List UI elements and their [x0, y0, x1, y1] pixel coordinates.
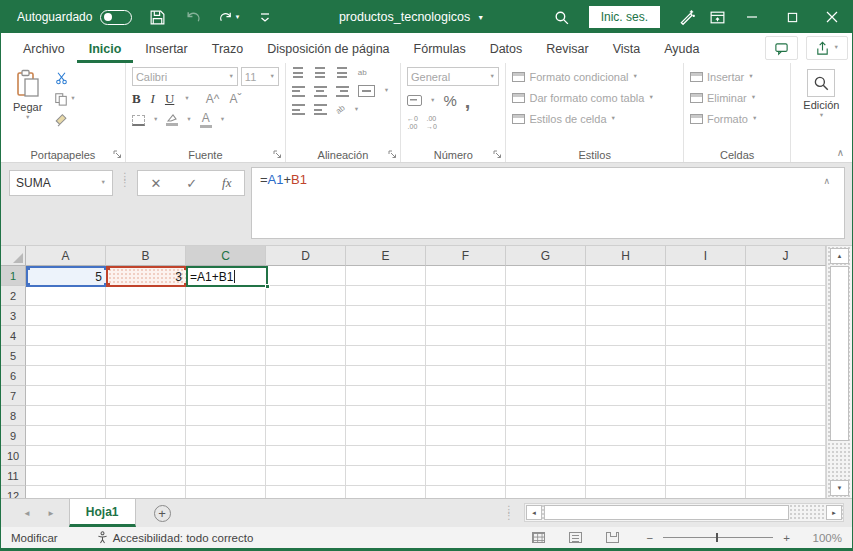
share-button[interactable]: ▼ [806, 36, 848, 60]
tab-archivo[interactable]: Archivo [11, 33, 77, 63]
align-top-icon[interactable] [292, 67, 305, 78]
comma-style-icon[interactable]: , [465, 96, 471, 106]
scroll-down-icon[interactable]: ▼ [830, 480, 849, 496]
tab-insertar[interactable]: Insertar [133, 33, 199, 63]
horizontal-scroll-thumb[interactable] [544, 505, 789, 520]
tab-disposicion[interactable]: Disposición de página [255, 33, 401, 63]
tab-datos[interactable]: Datos [478, 33, 535, 63]
bold-button[interactable]: B [132, 91, 141, 107]
increase-indent-icon[interactable] [314, 104, 327, 115]
shrink-font-button[interactable]: Aˇ [229, 92, 241, 106]
alignment-dialog-launcher-icon[interactable] [388, 150, 397, 159]
page-break-view-icon[interactable] [606, 532, 619, 543]
clipboard-dialog-launcher-icon[interactable] [113, 150, 122, 159]
format-painter-icon[interactable] [54, 113, 75, 127]
decrease-decimal-icon[interactable]: .00 →0 [426, 115, 437, 131]
row-header-4[interactable]: 4 [1, 326, 26, 346]
editing-button[interactable]: Edición ▼ [797, 67, 845, 146]
cell-A1[interactable]: 5 [26, 266, 108, 287]
number-dialog-launcher-icon[interactable] [493, 150, 502, 159]
name-box[interactable]: SUMA ▼ [9, 170, 113, 196]
row-header-9[interactable]: 9 [1, 426, 26, 446]
wand-icon[interactable] [672, 2, 702, 32]
sign-in-button[interactable]: Inic. ses. [589, 6, 660, 28]
col-header-A[interactable]: A [26, 246, 106, 266]
tab-inicio[interactable]: Inicio [77, 33, 134, 63]
col-header-D[interactable]: D [266, 246, 346, 266]
align-center-icon[interactable] [314, 86, 327, 97]
insert-function-icon[interactable]: fx [222, 175, 231, 191]
tab-formulas[interactable]: Fórmulas [402, 33, 478, 63]
formula-bar-handle[interactable]: ⋮ ⋮ [120, 174, 130, 186]
col-header-G[interactable]: G [506, 246, 586, 266]
maximize-button[interactable] [772, 1, 812, 33]
add-sheet-icon[interactable]: + [154, 505, 171, 522]
cells-area[interactable] [26, 266, 826, 498]
tab-split-handle[interactable]: ⋮ ⋮ [504, 507, 514, 519]
col-header-F[interactable]: F [426, 246, 506, 266]
conditional-formatting-button[interactable]: Formato condicional ▼ [512, 67, 676, 86]
ribbon-display-options-icon[interactable] [702, 2, 732, 32]
normal-view-icon[interactable] [532, 532, 545, 543]
row-header-10[interactable]: 10 [1, 446, 26, 466]
percent-style-icon[interactable]: % [443, 92, 456, 109]
zoom-slider-thumb[interactable] [716, 533, 718, 542]
row-header-3[interactable]: 3 [1, 306, 26, 326]
row-header-6[interactable]: 6 [1, 366, 26, 386]
row-header-7[interactable]: 7 [1, 386, 26, 406]
row-header-1[interactable]: 1 [1, 266, 26, 286]
align-left-icon[interactable] [292, 86, 305, 97]
zoom-out-icon[interactable]: − [647, 532, 654, 544]
row-header-11[interactable]: 11 [1, 466, 26, 486]
decrease-indent-icon[interactable] [292, 104, 305, 115]
cell-B1[interactable]: 3 [106, 266, 188, 287]
collapse-ribbon-icon[interactable]: ∧ [837, 147, 844, 158]
zoom-in-icon[interactable]: + [783, 532, 790, 544]
borders-icon[interactable] [132, 115, 145, 126]
copy-button[interactable]: ▼ [54, 92, 75, 106]
align-bottom-icon[interactable] [336, 67, 349, 78]
minimize-button[interactable] [732, 1, 772, 33]
delete-cells-button[interactable]: Eliminar ▼ [690, 88, 784, 107]
close-button[interactable] [812, 1, 852, 33]
autosave-control[interactable]: Autoguardado [17, 10, 132, 25]
undo-icon[interactable] [182, 6, 204, 28]
cancel-icon[interactable]: ✕ [150, 176, 161, 191]
italic-button[interactable]: I [151, 91, 155, 107]
row-header-2[interactable]: 2 [1, 286, 26, 306]
tab-revisar[interactable]: Revisar [534, 33, 600, 63]
tab-ayuda[interactable]: Ayuda [652, 33, 711, 63]
save-icon[interactable] [146, 6, 168, 28]
zoom-slider[interactable] [663, 537, 773, 538]
prev-sheet-icon[interactable]: ◄ [23, 509, 31, 518]
font-name-select[interactable]: Calibri ▼ [132, 67, 238, 86]
formula-input[interactable]: =A1+B1 ∧ [251, 167, 845, 239]
format-as-table-button[interactable]: Dar formato como tabla ▼ [512, 88, 676, 107]
row-header-5[interactable]: 5 [1, 346, 26, 366]
cell-C1-editing[interactable]: =A1+B1 [186, 266, 268, 287]
page-layout-view-icon[interactable] [569, 532, 582, 543]
tab-trazo[interactable]: Trazo [200, 33, 256, 63]
grow-font-button[interactable]: A^ [206, 92, 220, 106]
col-header-I[interactable]: I [666, 246, 746, 266]
format-cells-button[interactable]: Formato ▼ [690, 109, 784, 128]
cell-styles-button[interactable]: Estilos de celda ▼ [512, 109, 676, 128]
underline-caret-icon[interactable]: ▼ [184, 96, 189, 102]
paste-button[interactable]: Pegar ▼ [7, 67, 48, 146]
zoom-level[interactable]: 100% [808, 532, 842, 544]
customize-quick-access-icon[interactable] [254, 6, 276, 28]
col-header-C[interactable]: C [186, 246, 266, 266]
wrap-text-icon[interactable]: ab [358, 68, 367, 77]
scroll-up-icon[interactable]: ▲ [830, 248, 849, 264]
merge-center-icon[interactable] [358, 85, 375, 97]
increase-decimal-icon[interactable]: ←0 .00 [407, 115, 418, 131]
vertical-scroll-thumb[interactable] [830, 266, 849, 441]
document-title[interactable]: productos_tecnologicos ▼ [276, 10, 546, 24]
col-header-H[interactable]: H [586, 246, 666, 266]
accessibility-status[interactable]: Accesibilidad: todo correcto [96, 531, 254, 544]
scroll-left-icon[interactable]: ◄ [526, 505, 542, 520]
align-middle-icon[interactable] [314, 67, 327, 78]
search-icon[interactable] [547, 2, 577, 32]
font-dialog-launcher-icon[interactable] [273, 150, 282, 159]
col-header-B[interactable]: B [106, 246, 186, 266]
